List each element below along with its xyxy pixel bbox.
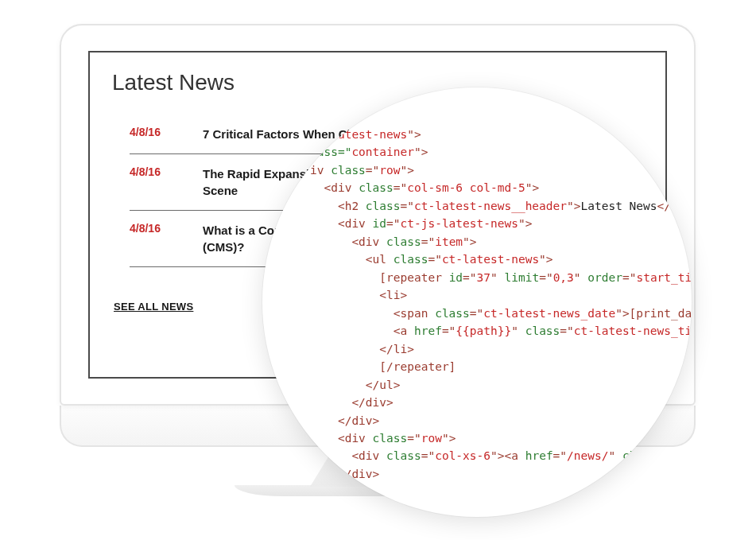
- code-token: class: [386, 449, 421, 462]
- code-token: <div: [338, 217, 373, 230]
- code-token: ">[print_date for: [615, 307, 692, 320]
- code-token: [repeater: [379, 271, 448, 284]
- code-token: ">: [414, 146, 428, 158]
- code-token: =": [401, 200, 414, 212]
- code-token: <ul: [366, 253, 394, 266]
- code-token: ct-latest-news__header: [414, 200, 567, 212]
- code-token: href: [414, 324, 442, 337]
- code-token: ">: [463, 235, 476, 248]
- code-token: 37: [477, 271, 490, 284]
- code-token: <h2: [338, 200, 366, 212]
- code-token: =": [386, 217, 400, 230]
- code-token: <span: [394, 307, 435, 320]
- news-date: 4/8/16: [130, 126, 203, 138]
- code-token: start_time de: [636, 271, 692, 284]
- news-date: 4/8/16: [130, 222, 203, 235]
- code-token: ">: [525, 181, 539, 194]
- code-token: [/repeater]: [379, 360, 456, 373]
- code-token: <div: [338, 432, 373, 445]
- code-token: iv: [310, 164, 331, 177]
- code-token: 0,3: [553, 271, 574, 284]
- see-all-news-link[interactable]: SEE ALL NEWS: [114, 301, 193, 313]
- code-token: class: [525, 324, 560, 337]
- code-token: =": [394, 181, 407, 194]
- code-token: =": [553, 449, 567, 462]
- code-token: </div>: [351, 396, 393, 409]
- code-token: col-xs-6: [435, 449, 490, 462]
- code-token: row: [379, 164, 400, 177]
- code-token: /news/: [567, 449, 608, 462]
- code-token: ct-latest-news_date: [483, 307, 615, 320]
- code-token: <div: [324, 181, 359, 194]
- code-token: class: [435, 307, 470, 320]
- code-token: href: [525, 449, 553, 462]
- code-token: ct-latest-news: [442, 253, 539, 266]
- code-token: class: [373, 432, 408, 445]
- code-token: ">: [407, 128, 421, 141]
- code-token: =": [366, 164, 379, 177]
- code-magnifier-lens: ct-latest-news"> lass="container"> iv cl…: [262, 87, 692, 517]
- code-token: order: [587, 271, 622, 284]
- code-token: ": [490, 271, 504, 284]
- code-token: container: [351, 146, 414, 158]
- code-token: <a: [504, 449, 525, 462]
- code-token: id: [449, 271, 463, 284]
- code-token: ": [608, 449, 622, 462]
- code-token: =": [470, 307, 483, 320]
- code-token: limit: [505, 271, 540, 284]
- code-token: =": [463, 271, 476, 284]
- code-token: item: [435, 235, 463, 248]
- page-title: Latest News: [112, 70, 643, 95]
- code-token: ">: [518, 217, 532, 230]
- code-token: class: [386, 235, 421, 248]
- code-token: </li>: [379, 343, 414, 355]
- code-token: {{path}}: [456, 324, 511, 337]
- code-token: =": [428, 253, 441, 266]
- code-token: =": [421, 449, 435, 462]
- code-token: class: [331, 164, 366, 177]
- code-token: ": [574, 271, 587, 284]
- code-token: ">: [567, 200, 580, 212]
- code-token: =": [622, 271, 636, 284]
- code-token: ct-js-latest-news: [401, 217, 518, 230]
- code-token: class: [359, 181, 394, 194]
- code-token: =": [407, 432, 421, 445]
- code-token: class: [366, 200, 401, 212]
- code-token: ">: [401, 164, 414, 177]
- code-token: </ul>: [366, 379, 401, 391]
- code-token: </div>: [338, 414, 379, 427]
- code-token: <a: [394, 324, 414, 337]
- code-token: ": [511, 324, 525, 337]
- code-token: <li>: [379, 289, 407, 301]
- code-token: =": [539, 271, 552, 284]
- code-token: ">: [490, 449, 504, 462]
- code-token: col-sm-6 col-md-5: [407, 181, 525, 194]
- code-token: =": [442, 324, 456, 337]
- code-token: ">: [539, 253, 552, 266]
- code-token: <div: [351, 449, 386, 462]
- code-token: =": [421, 235, 435, 248]
- code-token: ">: [442, 432, 456, 445]
- code-token: <div: [351, 235, 386, 248]
- code-token: row: [421, 432, 442, 445]
- news-date: 4/8/16: [130, 165, 203, 178]
- code-token: =": [560, 324, 573, 337]
- code-token: class: [394, 253, 428, 266]
- code-token: id: [373, 217, 386, 230]
- code-token: Latest News: [581, 200, 657, 212]
- code-token: ct-latest-news_title: [574, 324, 692, 337]
